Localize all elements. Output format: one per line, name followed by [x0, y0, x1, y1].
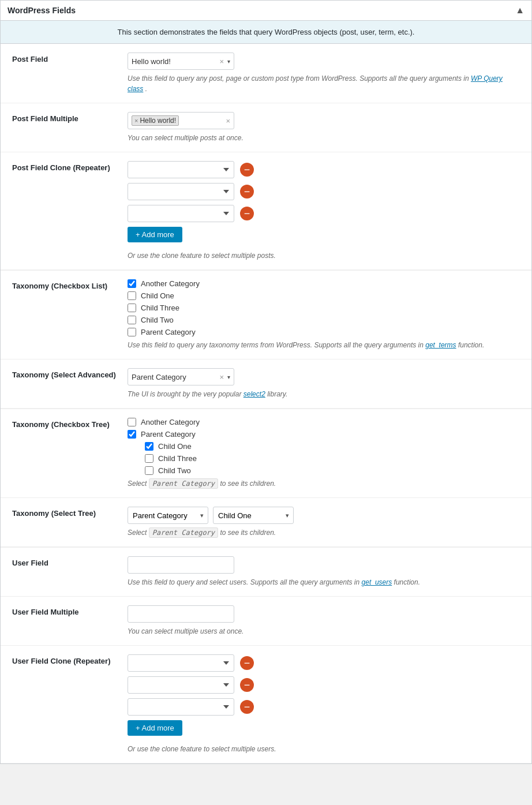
wordpress-fields-panel: WordPress Fields ▲ This section demonstr… [0, 0, 532, 764]
user-clone-remove-btn-2[interactable]: − [240, 678, 254, 692]
tree-checkbox-child-three[interactable] [145, 454, 153, 463]
clone-remove-btn-1[interactable]: − [240, 163, 254, 177]
select-tree-parent-wrapper: Parent Category [128, 507, 208, 524]
user-field-multiple-input[interactable] [128, 605, 234, 623]
tree-item-parent-category[interactable]: Parent Category [128, 430, 520, 439]
user-field-description: Use this field to query and select users… [128, 577, 520, 587]
checkbox-item-child-three[interactable]: Child Three [128, 304, 520, 312]
info-banner-text: This section demonstrates the fields tha… [118, 28, 415, 36]
clone-row-1: − [128, 161, 520, 178]
taxonomy-checkbox-row: Taxonomy (Checkbox List) Another Categor… [1, 271, 531, 360]
user-field-select[interactable] [128, 556, 234, 574]
taxonomy-checkbox-description: Use this field to query any taxonomy ter… [128, 340, 520, 350]
taxonomy-select-advanced-row: Taxonomy (Select Advanced) Parent Catego… [1, 360, 531, 409]
fields-container: Post Field Hello world! × ▾ Use this fie… [1, 44, 531, 763]
taxonomy-select-tree-label: Taxonomy (Select Tree) [12, 507, 128, 518]
tag-remove-icon[interactable]: × [134, 117, 138, 124]
taxonomy-checkbox-tree-row: Taxonomy (Checkbox Tree) Another Categor… [1, 409, 531, 498]
taxonomy-select-advanced-select[interactable]: Parent Category × ▾ [128, 368, 234, 385]
post-field-value: Hello world! [132, 57, 219, 66]
taxonomy-tree-hint-code: Parent Category [149, 478, 218, 489]
panel-title: WordPress Fields [8, 6, 76, 15]
user-field-clone-row: User Field Clone (Repeater) − − [1, 646, 531, 763]
user-field-multiple-row: User Field Multiple You can select multi… [1, 597, 531, 646]
post-field-select[interactable]: Hello world! × ▾ [128, 53, 234, 70]
checkbox-child-two[interactable] [128, 316, 136, 324]
post-field-row: Post Field Hello world! × ▾ Use this fie… [1, 44, 531, 103]
user-clone-select-wrapper-3 [128, 698, 234, 716]
taxonomy-select-tree-hint-code: Parent Category [149, 527, 218, 538]
info-banner: This section demonstrates the fields tha… [1, 21, 531, 44]
panel-toggle-icon[interactable]: ▲ [515, 5, 524, 16]
user-field-select-wrapper [128, 556, 234, 574]
checkbox-child-three[interactable] [128, 304, 136, 312]
taxonomy-select-advanced-chevron-icon[interactable]: ▾ [227, 374, 230, 380]
taxonomy-select-advanced-content: Parent Category × ▾ The UI is brought by… [128, 368, 520, 399]
user-clone-remove-btn-3[interactable]: − [240, 700, 254, 714]
select2-link[interactable]: select2 [243, 390, 265, 398]
checkbox-child-one[interactable] [128, 291, 136, 300]
tree-checkbox-child-two[interactable] [145, 466, 153, 475]
tree-checkbox-another-category[interactable] [128, 418, 136, 426]
tree-item-another-category[interactable]: Another Category [128, 418, 520, 426]
post-field-multiple-clear-icon[interactable]: × [226, 117, 230, 125]
post-field-content: Hello world! × ▾ Use this field to query… [128, 53, 520, 94]
tree-checkbox-child-one[interactable] [145, 442, 153, 451]
taxonomy-select-tree-row: Taxonomy (Select Tree) Parent Category C… [1, 498, 531, 547]
post-field-clone-content: − − − + Add more Or use the clone feat [128, 161, 520, 261]
taxonomy-select-advanced-label: Taxonomy (Select Advanced) [12, 368, 128, 379]
tree-item-child-one[interactable]: Child One [128, 442, 520, 451]
checkbox-item-child-one[interactable]: Child One [128, 291, 520, 300]
user-clone-select-3[interactable] [128, 698, 234, 716]
user-field-multiple-content: You can select multiple users at once. [128, 605, 520, 636]
clone-remove-btn-2[interactable]: − [240, 185, 254, 199]
checkbox-item-parent-category[interactable]: Parent Category [128, 328, 520, 336]
user-clone-remove-btn-1[interactable]: − [240, 656, 254, 670]
taxonomy-select-tree-hint: Select Parent Category to see its childr… [128, 527, 520, 538]
user-clone-select-wrapper-1 [128, 654, 234, 672]
tree-checkbox-parent-category[interactable] [128, 430, 136, 439]
user-clone-select-2[interactable] [128, 676, 234, 694]
user-field-multiple-label: User Field Multiple [12, 605, 128, 616]
post-field-multiple-label: Post Field Multiple [12, 112, 128, 123]
post-field-multiple-row: Post Field Multiple × Hello world! × You… [1, 103, 531, 152]
taxonomy-checkbox-tree-content: Another Category Parent Category Child O… [128, 418, 520, 489]
clone-row-2: − [128, 183, 520, 200]
select-tree-child-wrapper: Child One [213, 507, 294, 524]
clone-remove-btn-3[interactable]: − [240, 207, 254, 220]
post-field-description: Use this field to query any post, page o… [128, 73, 520, 94]
user-clone-description: Or use the clone feature to select multi… [128, 744, 520, 754]
user-clone-row-1: − [128, 654, 520, 672]
user-field-label: User Field [12, 556, 128, 567]
get-terms-link[interactable]: get_terms [425, 341, 456, 349]
checkbox-item-child-two[interactable]: Child Two [128, 316, 520, 324]
post-field-multiple-tag: × Hello world! [132, 115, 179, 126]
taxonomy-select-advanced-value: Parent Category [132, 373, 219, 381]
user-clone-add-more-button[interactable]: + Add more [128, 720, 182, 736]
post-field-clear-icon[interactable]: × [219, 57, 224, 66]
clone-select-3[interactable] [128, 205, 234, 222]
taxonomy-select-tree-content: Parent Category Child One Select Parent … [128, 507, 520, 538]
tree-item-child-three[interactable]: Child Three [128, 454, 520, 463]
taxonomy-checkbox-label: Taxonomy (Checkbox List) [12, 279, 128, 290]
taxonomy-checkbox-content: Another Category Child One Child Three C… [128, 279, 520, 350]
checkbox-parent-category[interactable] [128, 328, 136, 336]
post-field-multiple-select[interactable]: × Hello world! × [128, 112, 234, 129]
select-tree-selects: Parent Category Child One [128, 507, 520, 524]
clone-select-2[interactable] [128, 183, 234, 200]
user-field-clone-label: User Field Clone (Repeater) [12, 654, 128, 665]
checkbox-another-category[interactable] [128, 279, 136, 288]
select-tree-parent[interactable]: Parent Category [128, 507, 208, 524]
user-clone-select-1[interactable] [128, 654, 234, 672]
select-tree-child[interactable]: Child One [213, 507, 294, 524]
tree-item-child-two[interactable]: Child Two [128, 466, 520, 475]
checkbox-item-another-category[interactable]: Another Category [128, 279, 520, 288]
taxonomy-select-advanced-clear-icon[interactable]: × [219, 373, 224, 381]
post-clone-add-more-button[interactable]: + Add more [128, 227, 182, 242]
user-field-content: Use this field to query and select users… [128, 556, 520, 587]
taxonomy-checkbox-tree-label: Taxonomy (Checkbox Tree) [12, 418, 128, 429]
get-users-link[interactable]: get_users [362, 578, 392, 586]
post-field-chevron-icon[interactable]: ▾ [227, 58, 230, 65]
clone-select-wrapper-1 [128, 161, 234, 178]
clone-select-1[interactable] [128, 161, 234, 178]
